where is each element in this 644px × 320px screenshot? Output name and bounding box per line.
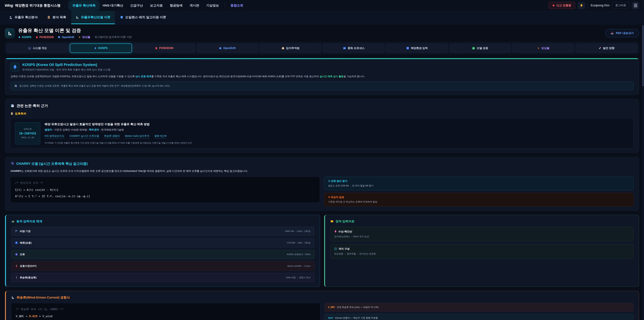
- static-box-bathymetry: 수심·해안선 전자해도(ENC) → 500m 격자 보간: [330, 227, 634, 241]
- highlight-always-on-system: 상시 운용 체계: [135, 75, 151, 78]
- badge-poseidon: POSEIDON: [36, 36, 54, 39]
- tag-esi-map[interactable]: ESI 방제정보지도: [44, 134, 64, 138]
- tab-spill-analysis[interactable]: 유출유 확산분석: [5, 11, 42, 24]
- nav-item-oil-spill-prediction[interactable]: 유출유 확산예측: [70, 1, 98, 10]
- assignee-label: 특허권자: [89, 128, 99, 131]
- callout-phase-constant: ② 위상차 일정 기준점-격자점 간 위상차는 진폭에 무관하게 일정: [324, 193, 634, 206]
- wdc-grid: /* 취송류 유속 (이·강, 2000) */ V_WDC = 0.029 ×…: [11, 303, 634, 320]
- input-source: NOAA AVHRR · ~5.4km: [287, 265, 310, 267]
- tag-monte-carlo[interactable]: Monte Carlo 입자추적: [125, 134, 150, 138]
- wdc-speed-formula-block: /* 취송류 유속 (이·강, 2000) */ V_WDC = 0.029 ×…: [11, 303, 320, 320]
- nav-item-board[interactable]: 게시판: [186, 1, 202, 10]
- dynamic-inputs-header: 동적 입력자료 체계: [11, 219, 314, 223]
- microscope-icon: [9, 16, 12, 19]
- section-tab-future-direction[interactable]: 발전 방향: [576, 44, 638, 53]
- thermometer-icon: [15, 265, 18, 267]
- dart-icon: [15, 276, 18, 279]
- patent-date: 2015.11.03: [21, 136, 34, 139]
- tab-oil-fence-algorithm-theory[interactable]: 오일펜스 배치 알고리즘 이론: [116, 11, 170, 24]
- section-tab-particle-tracking[interactable]: 입자추적법: [260, 44, 322, 53]
- red-dot-icon: [552, 5, 554, 6]
- nav-item-reports[interactable]: 보고자료: [147, 1, 166, 10]
- input-row-wind-temp: 바람·기온 KMA UM · ~12km · 2회/일: [11, 227, 314, 236]
- badge-kosps: KOSPS: [18, 36, 31, 39]
- section-tab-model-validation[interactable]: 모델 검증: [449, 44, 511, 53]
- red-ellipse-icon: [155, 47, 158, 50]
- tab-label: 오일펜스 배치 알고리즘 이론: [125, 15, 166, 20]
- tab-analysis-list[interactable]: 분석 목록: [43, 11, 70, 24]
- input-source: HYCOM · ~9km · 1회/일: [287, 241, 310, 244]
- pdf-export-button[interactable]: PDF 내보내기: [605, 29, 639, 37]
- cyclone-icon: [406, 47, 409, 50]
- static-inputs-title: 정적 입력자료: [336, 219, 354, 223]
- user-name: Eunjeong Kim: [591, 4, 610, 7]
- folder-icon: [330, 220, 334, 223]
- lightning-bolt-icon: [78, 36, 81, 39]
- navbar-right: 사고 진행중 Eunjeong Kim 로그아웃: [549, 2, 639, 9]
- kosps-header: KOSPS (Korea Oil Spill Prediction System…: [10, 63, 634, 71]
- tag-weathering-5steps[interactable]: 풍화 5단계: [154, 134, 167, 138]
- export-tray-icon: [610, 32, 614, 35]
- note-ekman-angle: 18.6° : Ekman 편향각 — 북반구 기준 풍향 우편향: [324, 314, 634, 320]
- highlight-realtime-use: 실시간 예측 상시 활용: [320, 75, 344, 78]
- nav-item-hns-air-diffusion[interactable]: HNS·대기확산: [100, 1, 126, 10]
- code-comment: /* 취송류 유속 (이·강, 2000) */: [16, 307, 316, 311]
- wdc-section: 취송류(Wind-Driven Current) 경험식 /* 취송류 유속 (…: [5, 291, 639, 320]
- dynamic-inputs-section: 동적 입력자료 체계 바람·기온 KMA UM · ~12km · 2회/일 해…: [5, 215, 320, 287]
- charry-section: CHARRY 모델 (실시간 조류예측 핵심 알고리즘) CHARRY는 조화분…: [5, 157, 639, 211]
- section-tab-system-overview[interactable]: 시스템 개요: [6, 44, 68, 53]
- patent-number-tile: 등록번호 10-1567431 2015.11.03: [15, 122, 40, 144]
- registered-patent-header: 등록특허: [10, 112, 634, 116]
- code-comment: /* 변조조석 수식 */: [15, 181, 315, 185]
- tab-label: 분석 목록: [52, 15, 66, 20]
- tab-spill-model-theory[interactable]: 유출유확산모델 이론: [71, 11, 115, 24]
- pin-icon: [334, 230, 337, 233]
- patent-body: 해양 유류오염사고 발생시 효율적인 방제방안 수립을 위한 유출유 확산 예측…: [44, 122, 629, 144]
- modulated-tide-formula-block: /* 변조조석 수식 */ ζ(t) = A(t) cos[σt - θ(t)]…: [10, 177, 320, 203]
- patent-card: 등록번호 10-1567431 2015.11.03 해양 유류오염사고 발생시…: [10, 118, 634, 148]
- diamond-icon: [13, 65, 17, 70]
- divider: [588, 3, 588, 8]
- tag-charry-model[interactable]: CHARRY 실시간 조류모델: [70, 134, 99, 138]
- formula-amplitude: A²(t) = Σ Yᵢ² + 2Σ YᵢYⱼ cos[(σᵢ-σⱼ)t-(φᵢ…: [15, 194, 315, 199]
- incident-status-label: 사고 진행중: [556, 4, 571, 8]
- section-tab-kosps[interactable]: KOSPS: [70, 44, 132, 53]
- notification-button[interactable]: [578, 2, 585, 9]
- menu-button[interactable]: [632, 2, 639, 9]
- nav-item-integrated-search[interactable]: 통합조회: [228, 1, 246, 10]
- books-icon: [14, 84, 17, 87]
- shield-icon: [120, 16, 123, 19]
- nav-item-air-search[interactable]: 항공탐색: [167, 1, 186, 10]
- page-header: 유출유 확산 모델 이론 및 검증 KOSPS POSEIDON OpenDri…: [0, 24, 644, 41]
- main-content: KOSPS (Korea Oil Spill Prediction System…: [0, 58, 644, 320]
- static-desc: 전자해도(ENC) → 500m 격자 보간: [334, 235, 630, 238]
- incident-status-badge[interactable]: 사고 진행중: [549, 2, 575, 9]
- charry-description: CHARRY는 조화분석에 의한 검조소 실시간 조위와 조석 수치모델링에 의…: [10, 169, 634, 173]
- kosps-title: KOSPS (Korea Oil Spill Prediction System…: [22, 63, 110, 67]
- section-tab-ensemble[interactable]: 앙상블: [512, 44, 574, 53]
- nav-item-weather-info[interactable]: 기상정보: [203, 1, 222, 10]
- section-tab-opendrift[interactable]: OpenDrift: [196, 44, 258, 53]
- blue-circle-icon: [219, 47, 222, 50]
- section-tab-weathering-process[interactable]: 풍화 프로세스: [323, 44, 385, 53]
- nav-item-emergency-rescue[interactable]: 긴급구난: [127, 1, 146, 10]
- input-source: KMA 바람 → 경험식 계산: [286, 276, 310, 279]
- red-ellipse-icon: [36, 36, 38, 39]
- logout-button[interactable]: 로그아웃: [612, 2, 629, 9]
- pdf-export-label: PDF 내보내기: [616, 31, 634, 35]
- clipboard-icon: [47, 16, 50, 19]
- blue-circle-icon: [58, 36, 60, 39]
- brand-title: 해양환경 위기대응 통합시스템: [15, 3, 60, 8]
- diamond-icon: [18, 36, 21, 39]
- section-tab-poseidon[interactable]: POSEIDON: [133, 44, 195, 53]
- scrollbar-thumb[interactable]: [642, 25, 644, 86]
- badge-opendrift: OpenDrift: [58, 36, 74, 39]
- tag-wdc-formula[interactable]: 취송류 경험식: [104, 134, 120, 138]
- section-tab-ocean-env-input[interactable]: 해양환경 입력: [386, 44, 448, 53]
- registered-patent-label: 등록특허: [15, 112, 26, 116]
- rocket-icon: [598, 47, 601, 50]
- map-grid-icon: [334, 247, 337, 250]
- charry-title: CHARRY 모델 (실시간 조류예측 핵심 알고리즘): [16, 161, 88, 166]
- wdc-title: 취송류(Wind-Driven Current) 경험식: [16, 295, 70, 300]
- flag-icon: [15, 230, 18, 233]
